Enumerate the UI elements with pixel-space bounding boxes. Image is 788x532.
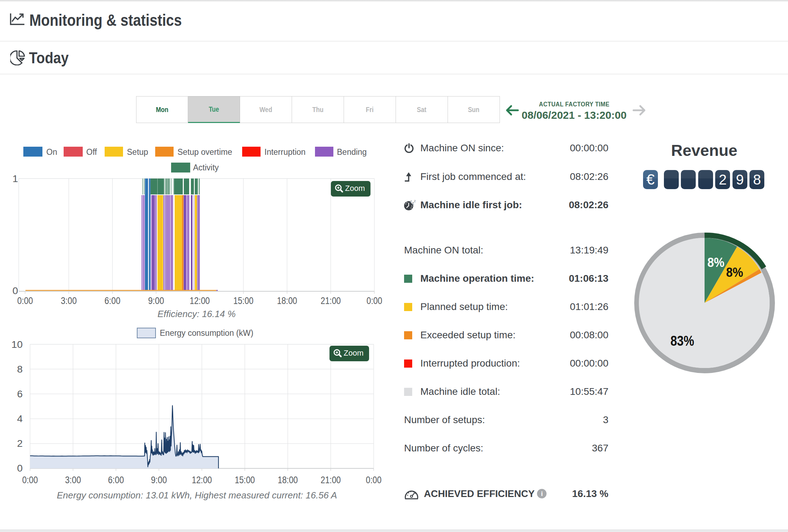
svg-text:21:00: 21:00 [321, 295, 341, 306]
svg-text:8%: 8% [726, 265, 743, 280]
svg-text:6: 6 [17, 388, 23, 399]
svg-text:18:00: 18:00 [277, 295, 297, 306]
svg-text:18:00: 18:00 [278, 474, 298, 485]
svg-text:9:00: 9:00 [151, 474, 167, 485]
svg-text:0:00: 0:00 [22, 474, 38, 485]
svg-text:3:00: 3:00 [61, 295, 77, 306]
svg-text:12:00: 12:00 [190, 295, 210, 306]
svg-text:0:00: 0:00 [367, 295, 383, 306]
svg-text:Setup overtime: Setup overtime [177, 147, 232, 157]
svg-text:8: 8 [17, 363, 23, 375]
svg-text:15:00: 15:00 [233, 295, 253, 306]
svg-text:12:00: 12:00 [192, 474, 212, 485]
svg-text:4: 4 [17, 413, 23, 424]
svg-text:9:00: 9:00 [148, 295, 164, 306]
svg-text:Energy consumption: 13.01 kWh,: Energy consumption: 13.01 kWh, Highest m… [57, 490, 337, 501]
svg-text:21:00: 21:00 [321, 474, 341, 485]
svg-text:83%: 83% [671, 333, 694, 349]
svg-text:On: On [46, 147, 57, 157]
svg-text:0:00: 0:00 [366, 474, 382, 485]
svg-text:0: 0 [17, 462, 23, 474]
svg-text:Zoom: Zoom [344, 349, 363, 357]
svg-text:Activity: Activity [193, 163, 219, 172]
svg-text:Setup: Setup [127, 147, 148, 157]
svg-text:0:00: 0:00 [17, 295, 33, 306]
svg-text:6:00: 6:00 [108, 474, 124, 485]
svg-text:Zoom: Zoom [345, 184, 365, 193]
svg-text:z: z [414, 199, 416, 203]
svg-text:Interruption: Interruption [264, 147, 305, 157]
svg-text:Off: Off [86, 147, 97, 157]
svg-text:6:00: 6:00 [105, 295, 121, 306]
svg-text:Bending: Bending [337, 147, 367, 157]
svg-text:Energy consumption (kW): Energy consumption (kW) [160, 328, 253, 338]
svg-text:1: 1 [12, 173, 18, 184]
svg-text:2: 2 [17, 438, 23, 449]
svg-text:8%: 8% [707, 255, 724, 270]
svg-text:3:00: 3:00 [65, 474, 81, 485]
svg-text:10: 10 [11, 339, 23, 350]
svg-text:Efficiency: 16.14 %: Efficiency: 16.14 % [157, 309, 235, 319]
svg-text:15:00: 15:00 [235, 474, 255, 485]
